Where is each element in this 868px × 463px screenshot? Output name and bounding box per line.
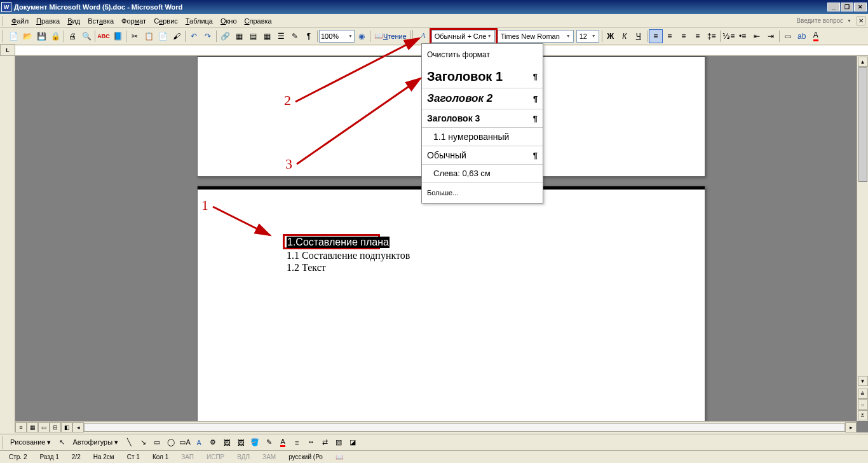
dash-style-button[interactable]: ┅ xyxy=(304,436,318,450)
hyperlink-button[interactable]: 🔗 xyxy=(218,29,232,43)
font-color-button[interactable]: A xyxy=(809,29,823,43)
outline-view-button[interactable]: ⊟ xyxy=(50,422,61,432)
columns-button[interactable]: ☰ xyxy=(274,29,288,43)
excel-button[interactable]: ▦ xyxy=(260,29,274,43)
zoom-combo[interactable]: 100%▼ xyxy=(319,30,355,43)
line-style-button[interactable]: ≡ xyxy=(290,436,304,450)
highlight-button[interactable]: ab xyxy=(795,29,809,43)
redo-button[interactable]: ↷ xyxy=(201,29,215,43)
wordart-button[interactable]: A xyxy=(192,436,206,450)
help-button[interactable]: ◉ xyxy=(355,29,369,43)
browse-select-button[interactable]: ○ xyxy=(858,399,868,410)
style-heading-2[interactable]: Заголовок 2¶ xyxy=(422,88,543,109)
style-clear-format[interactable]: Очистить формат xyxy=(422,44,543,66)
align-justify-button[interactable]: ≡ xyxy=(691,29,705,43)
print-view-button[interactable]: ▭ xyxy=(38,422,50,432)
clipart-button[interactable]: 🖼 xyxy=(220,436,234,450)
fill-color-button[interactable]: 🪣 xyxy=(248,436,262,450)
scroll-left-button[interactable]: ◂ xyxy=(72,422,84,432)
cut-button[interactable]: ✂ xyxy=(128,29,142,43)
menu-insert[interactable]: Вставка xyxy=(84,16,118,26)
paste-button[interactable]: 📄 xyxy=(156,29,170,43)
drawing-menu[interactable]: Рисование ▾ xyxy=(6,437,55,448)
browse-next-button[interactable]: ≚ xyxy=(858,410,868,420)
bold-button[interactable]: Ж xyxy=(604,29,618,43)
new-button[interactable]: 📄 xyxy=(6,29,20,43)
font-combo[interactable]: Times New Roman▼ xyxy=(498,30,574,43)
textbox-button[interactable]: ▭A xyxy=(178,436,192,450)
vertical-scrollbar[interactable]: ▲ ▼ ≙ ○ ≚ xyxy=(857,56,868,421)
format-painter-button[interactable]: 🖌 xyxy=(170,29,184,43)
doc-line-1[interactable]: 1.Составление плана xyxy=(287,237,390,248)
scroll-down-button[interactable]: ▼ xyxy=(858,376,868,386)
minimize-button[interactable]: _ xyxy=(827,3,840,11)
scroll-thumb[interactable] xyxy=(858,67,867,182)
docmap-button[interactable]: ¶ xyxy=(302,29,316,43)
line-button[interactable]: ╲ xyxy=(122,436,136,450)
line-color-button[interactable]: ✎ xyxy=(262,436,276,450)
rectangle-button[interactable]: ▭ xyxy=(150,436,164,450)
menu-help[interactable]: Справка xyxy=(241,16,276,26)
style-more[interactable]: Больше... xyxy=(422,183,543,203)
style-normal[interactable]: Обычный¶ xyxy=(422,146,543,165)
doc-line-3[interactable]: 1.2 Текст xyxy=(287,262,326,273)
status-language[interactable]: русский (Ро xyxy=(282,453,329,460)
3d-button[interactable]: ◪ xyxy=(346,436,360,450)
print-button[interactable]: 🖨 xyxy=(65,29,79,43)
page-2[interactable]: 1.Составление плана 1.1 Составление подп… xyxy=(197,186,705,432)
read-button[interactable]: 📖 Чтение xyxy=(372,30,409,43)
italic-button[interactable]: К xyxy=(618,29,632,43)
oval-button[interactable]: ◯ xyxy=(164,436,178,450)
scroll-up-button[interactable]: ▲ xyxy=(858,57,868,67)
menu-file[interactable]: Файл xyxy=(8,16,32,26)
underline-button[interactable]: Ч xyxy=(632,29,646,43)
style-left-indent[interactable]: Слева: 0,63 см xyxy=(422,165,543,183)
restore-button[interactable]: ❐ xyxy=(841,3,853,11)
styles-pane-button[interactable]: A xyxy=(416,29,430,43)
style-heading-1[interactable]: Заголовок 1¶ xyxy=(422,66,543,88)
web-view-button[interactable]: ▦ xyxy=(27,422,38,432)
normal-view-button[interactable]: ≡ xyxy=(15,422,27,432)
font-color-draw-button[interactable]: A xyxy=(276,436,290,450)
menu-view[interactable]: Вид xyxy=(64,16,84,26)
menu-table[interactable]: Таблица xyxy=(182,16,217,26)
copy-button[interactable]: 📋 xyxy=(142,29,156,43)
arrow-style-button[interactable]: ⇄ xyxy=(318,436,332,450)
line-spacing-button[interactable]: ‡≡ xyxy=(705,29,719,43)
bullets-button[interactable]: •≡ xyxy=(736,29,750,43)
hscroll-track[interactable] xyxy=(84,423,845,432)
autoshapes-menu[interactable]: Автофигуры ▾ xyxy=(69,437,122,448)
help-question-input[interactable] xyxy=(757,16,846,26)
decrease-indent-button[interactable]: ⇤ xyxy=(750,29,764,43)
menu-format[interactable]: Формат xyxy=(118,16,150,26)
status-spell-icon[interactable]: 📖 xyxy=(329,453,349,460)
doc-close-button[interactable]: ✕ xyxy=(857,17,865,25)
research-button[interactable]: 📘 xyxy=(111,29,125,43)
ruler-vertical[interactable] xyxy=(0,56,15,432)
scroll-right-button[interactable]: ▸ xyxy=(845,422,857,432)
tab-type-button[interactable]: L xyxy=(0,45,15,56)
preview-button[interactable]: 🔍 xyxy=(79,29,93,43)
chevron-down-icon[interactable]: ▼ xyxy=(847,18,851,23)
browse-prev-button[interactable]: ≙ xyxy=(858,389,868,399)
font-size-combo[interactable]: 12▼ xyxy=(576,30,599,43)
spellcheck-button[interactable]: ABC xyxy=(97,29,111,43)
style-heading-3[interactable]: Заголовок 3¶ xyxy=(422,109,543,128)
save-button[interactable]: 💾 xyxy=(34,29,48,43)
diagram-button[interactable]: ⚙ xyxy=(206,436,220,450)
tables-borders-button[interactable]: ▦ xyxy=(232,29,246,43)
menu-tools[interactable]: Сервис xyxy=(150,16,182,26)
menu-edit[interactable]: Правка xyxy=(32,16,64,26)
drawing-toggle-button[interactable]: ✎ xyxy=(288,29,302,43)
align-right-button[interactable]: ≡ xyxy=(677,29,691,43)
numbering-button[interactable]: ⅓≡ xyxy=(722,29,736,43)
arrow-button[interactable]: ↘ xyxy=(136,436,150,450)
reading-view-button[interactable]: ◧ xyxy=(61,422,72,432)
permission-button[interactable]: 🔒 xyxy=(48,29,62,43)
doc-line-2[interactable]: 1.1 Составление подпунктов xyxy=(287,250,410,261)
style-combo[interactable]: Обычный + Сле ▼ xyxy=(431,30,495,43)
undo-button[interactable]: ↶ xyxy=(187,29,201,43)
select-objects-button[interactable]: ↖ xyxy=(55,436,69,450)
open-button[interactable]: 📂 xyxy=(20,29,34,43)
increase-indent-button[interactable]: ⇥ xyxy=(764,29,778,43)
